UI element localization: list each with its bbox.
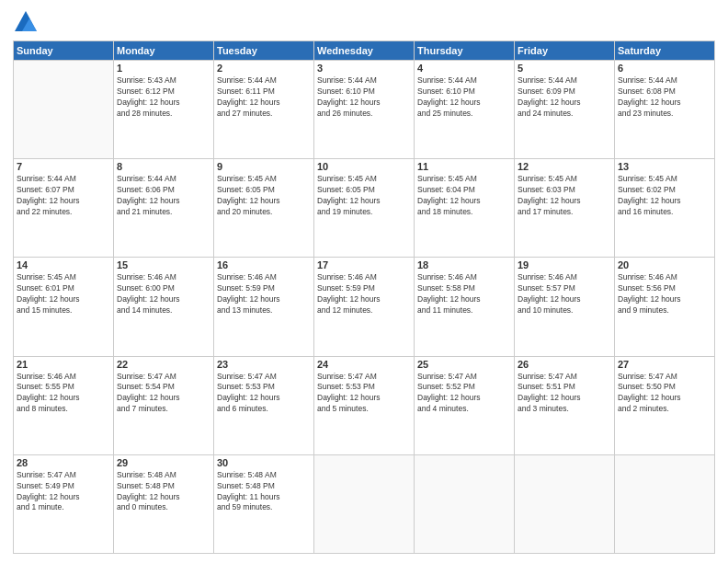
day-number: 15 <box>117 259 210 270</box>
calendar-cell: 19Sunrise: 5:46 AM Sunset: 5:57 PM Dayli… <box>515 258 615 356</box>
day-info: Sunrise: 5:44 AM Sunset: 6:06 PM Dayligh… <box>117 174 210 218</box>
day-info: Sunrise: 5:46 AM Sunset: 6:00 PM Dayligh… <box>117 272 210 316</box>
calendar-week-row: 1Sunrise: 5:43 AM Sunset: 6:12 PM Daylig… <box>14 61 715 159</box>
day-info: Sunrise: 5:45 AM Sunset: 6:01 PM Dayligh… <box>17 272 110 316</box>
calendar-cell: 13Sunrise: 5:45 AM Sunset: 6:02 PM Dayli… <box>615 159 715 258</box>
day-number: 25 <box>417 359 511 370</box>
calendar-cell: 3Sunrise: 5:44 AM Sunset: 6:10 PM Daylig… <box>314 61 415 159</box>
day-info: Sunrise: 5:46 AM Sunset: 5:59 PM Dayligh… <box>317 272 411 316</box>
day-number: 27 <box>618 359 711 370</box>
calendar-week-row: 14Sunrise: 5:45 AM Sunset: 6:01 PM Dayli… <box>14 258 715 356</box>
calendar-cell: 4Sunrise: 5:44 AM Sunset: 6:10 PM Daylig… <box>415 61 515 159</box>
day-number: 12 <box>518 161 611 172</box>
calendar-cell <box>515 454 615 553</box>
calendar-cell <box>415 454 515 553</box>
day-info: Sunrise: 5:46 AM Sunset: 5:55 PM Dayligh… <box>17 372 110 416</box>
calendar-cell <box>314 454 415 553</box>
day-info: Sunrise: 5:45 AM Sunset: 6:04 PM Dayligh… <box>417 174 511 218</box>
calendar-cell <box>615 454 715 553</box>
day-info: Sunrise: 5:48 AM Sunset: 5:48 PM Dayligh… <box>217 470 311 514</box>
calendar-cell: 25Sunrise: 5:47 AM Sunset: 5:52 PM Dayli… <box>415 356 515 454</box>
calendar-cell: 6Sunrise: 5:44 AM Sunset: 6:08 PM Daylig… <box>615 61 715 159</box>
day-info: Sunrise: 5:44 AM Sunset: 6:10 PM Dayligh… <box>317 75 411 120</box>
day-info: Sunrise: 5:46 AM Sunset: 5:56 PM Dayligh… <box>618 272 711 316</box>
calendar-cell: 28Sunrise: 5:47 AM Sunset: 5:49 PM Dayli… <box>14 454 114 553</box>
day-number: 18 <box>417 259 511 270</box>
day-number: 28 <box>17 457 110 468</box>
calendar-cell: 17Sunrise: 5:46 AM Sunset: 5:59 PM Dayli… <box>314 258 415 356</box>
day-info: Sunrise: 5:47 AM Sunset: 5:49 PM Dayligh… <box>17 470 110 514</box>
day-info: Sunrise: 5:46 AM Sunset: 5:58 PM Dayligh… <box>417 272 511 316</box>
day-number: 14 <box>17 259 110 270</box>
calendar-cell: 22Sunrise: 5:47 AM Sunset: 5:54 PM Dayli… <box>114 356 214 454</box>
weekday-header-monday: Monday <box>114 41 214 61</box>
day-number: 9 <box>217 161 311 172</box>
calendar-week-row: 7Sunrise: 5:44 AM Sunset: 6:07 PM Daylig… <box>14 159 715 258</box>
day-number: 16 <box>217 259 311 270</box>
day-info: Sunrise: 5:47 AM Sunset: 5:52 PM Dayligh… <box>417 372 511 416</box>
day-info: Sunrise: 5:44 AM Sunset: 6:11 PM Dayligh… <box>217 75 311 120</box>
weekday-header-thursday: Thursday <box>415 41 515 61</box>
weekday-header-tuesday: Tuesday <box>214 41 314 61</box>
calendar-cell: 15Sunrise: 5:46 AM Sunset: 6:00 PM Dayli… <box>114 258 214 356</box>
calendar-cell: 30Sunrise: 5:48 AM Sunset: 5:48 PM Dayli… <box>214 454 314 553</box>
day-info: Sunrise: 5:45 AM Sunset: 6:05 PM Dayligh… <box>317 174 411 218</box>
day-info: Sunrise: 5:45 AM Sunset: 6:03 PM Dayligh… <box>518 174 611 218</box>
logo <box>13 9 42 35</box>
weekday-header-wednesday: Wednesday <box>314 41 415 61</box>
calendar-table: SundayMondayTuesdayWednesdayThursdayFrid… <box>13 40 715 554</box>
day-number: 26 <box>518 359 611 370</box>
day-info: Sunrise: 5:47 AM Sunset: 5:54 PM Dayligh… <box>117 372 210 416</box>
calendar-cell: 20Sunrise: 5:46 AM Sunset: 5:56 PM Dayli… <box>615 258 715 356</box>
day-number: 30 <box>217 457 311 468</box>
day-number: 29 <box>117 457 210 468</box>
day-number: 4 <box>417 63 511 74</box>
calendar-cell: 12Sunrise: 5:45 AM Sunset: 6:03 PM Dayli… <box>515 159 615 258</box>
day-number: 8 <box>117 161 210 172</box>
day-info: Sunrise: 5:47 AM Sunset: 5:53 PM Dayligh… <box>217 372 311 416</box>
day-number: 3 <box>317 63 411 74</box>
calendar-cell: 24Sunrise: 5:47 AM Sunset: 5:53 PM Dayli… <box>314 356 415 454</box>
day-number: 21 <box>17 359 110 370</box>
calendar-cell: 18Sunrise: 5:46 AM Sunset: 5:58 PM Dayli… <box>415 258 515 356</box>
day-number: 10 <box>317 161 411 172</box>
day-info: Sunrise: 5:46 AM Sunset: 5:57 PM Dayligh… <box>518 272 611 316</box>
day-number: 22 <box>117 359 210 370</box>
weekday-header-sunday: Sunday <box>14 41 114 61</box>
day-info: Sunrise: 5:43 AM Sunset: 6:12 PM Dayligh… <box>117 75 210 120</box>
day-info: Sunrise: 5:47 AM Sunset: 5:51 PM Dayligh… <box>518 372 611 416</box>
day-number: 1 <box>117 63 210 74</box>
day-number: 20 <box>618 259 711 270</box>
day-number: 2 <box>217 63 311 74</box>
day-number: 5 <box>518 63 611 74</box>
day-info: Sunrise: 5:48 AM Sunset: 5:48 PM Dayligh… <box>117 470 210 514</box>
calendar-cell: 8Sunrise: 5:44 AM Sunset: 6:06 PM Daylig… <box>114 159 214 258</box>
weekday-header-friday: Friday <box>515 41 615 61</box>
calendar-cell: 27Sunrise: 5:47 AM Sunset: 5:50 PM Dayli… <box>615 356 715 454</box>
calendar-cell <box>14 61 114 159</box>
calendar-cell: 1Sunrise: 5:43 AM Sunset: 6:12 PM Daylig… <box>114 61 214 159</box>
calendar-cell: 2Sunrise: 5:44 AM Sunset: 6:11 PM Daylig… <box>214 61 314 159</box>
day-info: Sunrise: 5:46 AM Sunset: 5:59 PM Dayligh… <box>217 272 311 316</box>
calendar-cell: 5Sunrise: 5:44 AM Sunset: 6:09 PM Daylig… <box>515 61 615 159</box>
day-number: 17 <box>317 259 411 270</box>
day-number: 7 <box>17 161 110 172</box>
calendar-week-row: 28Sunrise: 5:47 AM Sunset: 5:49 PM Dayli… <box>14 454 715 553</box>
day-number: 24 <box>317 359 411 370</box>
weekday-header-saturday: Saturday <box>615 41 715 61</box>
weekday-header-row: SundayMondayTuesdayWednesdayThursdayFrid… <box>14 41 715 61</box>
calendar-cell: 14Sunrise: 5:45 AM Sunset: 6:01 PM Dayli… <box>14 258 114 356</box>
day-info: Sunrise: 5:47 AM Sunset: 5:53 PM Dayligh… <box>317 372 411 416</box>
calendar-cell: 26Sunrise: 5:47 AM Sunset: 5:51 PM Dayli… <box>515 356 615 454</box>
calendar-cell: 29Sunrise: 5:48 AM Sunset: 5:48 PM Dayli… <box>114 454 214 553</box>
day-info: Sunrise: 5:44 AM Sunset: 6:08 PM Dayligh… <box>618 75 711 120</box>
calendar-cell: 10Sunrise: 5:45 AM Sunset: 6:05 PM Dayli… <box>314 159 415 258</box>
day-info: Sunrise: 5:47 AM Sunset: 5:50 PM Dayligh… <box>618 372 711 416</box>
day-number: 19 <box>518 259 611 270</box>
day-number: 23 <box>217 359 311 370</box>
calendar-cell: 9Sunrise: 5:45 AM Sunset: 6:05 PM Daylig… <box>214 159 314 258</box>
header <box>13 9 715 35</box>
calendar-cell: 7Sunrise: 5:44 AM Sunset: 6:07 PM Daylig… <box>14 159 114 258</box>
calendar-cell: 16Sunrise: 5:46 AM Sunset: 5:59 PM Dayli… <box>214 258 314 356</box>
calendar-week-row: 21Sunrise: 5:46 AM Sunset: 5:55 PM Dayli… <box>14 356 715 454</box>
